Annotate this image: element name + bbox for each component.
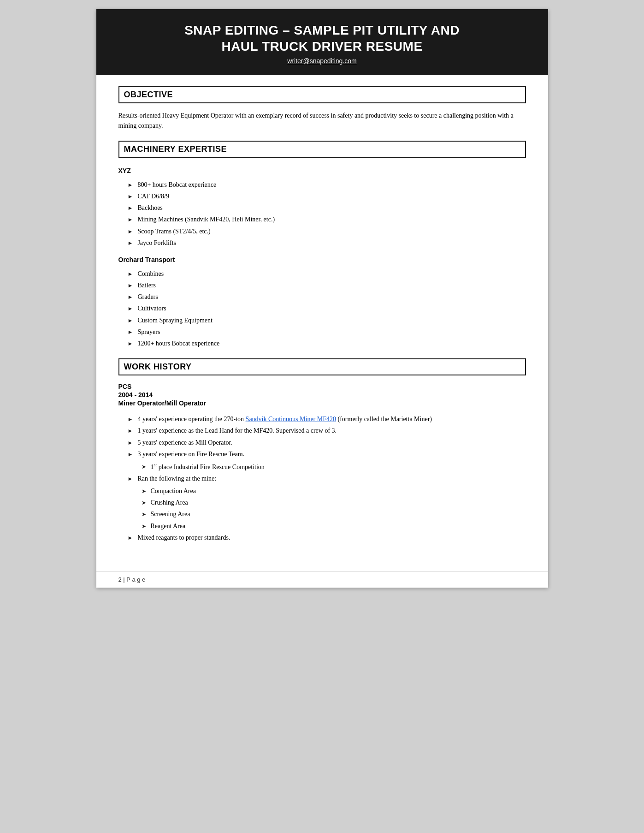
bullet-arrow-icon: ► [128, 281, 133, 291]
work-history-section: WORK HISTORY PCS 2004 - 2014 Miner Opera… [118, 358, 526, 543]
list-item: ➤ Crushing Area [142, 497, 196, 508]
list-item: ►Bailers [128, 280, 526, 291]
sub-arrow-icon: ➤ [142, 462, 146, 472]
bullet-arrow-icon: ► [128, 474, 133, 484]
orchard-title: Orchard Transport [118, 256, 526, 263]
work-dates: 2004 - 2014 [118, 391, 526, 399]
bullet-arrow-icon: ► [128, 215, 133, 225]
list-item: ►Mining Machines (Sandvik MF420, Heli Mi… [128, 214, 526, 225]
bullet-arrow-icon: ► [128, 533, 133, 543]
bullet-arrow-icon: ► [128, 450, 133, 460]
bullet-arrow-icon: ► [128, 238, 133, 249]
machinery-title: MACHINERY EXPERTISE [124, 144, 227, 154]
objective-text: Results-oriented Heavy Equipment Operato… [118, 111, 526, 131]
bullet-arrow-icon: ► [128, 192, 133, 202]
list-item: ►Sprayers [128, 326, 526, 338]
list-item: ► 4 years' experience operating the 270-… [128, 413, 526, 425]
work-job-title: Miner Operator/Mill Operator [118, 399, 526, 407]
sub-arrow-icon: ➤ [142, 498, 146, 508]
list-item: ► Ran the following at the mine: ➤ Compa… [128, 473, 526, 532]
bullet-arrow-icon: ► [128, 180, 133, 190]
header: SNAP EDITING – SAMPLE PIT UTILITY AND HA… [96, 9, 548, 75]
xyz-list: ►800+ hours Bobcat experience ►CAT D6/8/… [128, 179, 526, 249]
header-email[interactable]: writer@snapediting.com [287, 57, 356, 65]
objective-section: OBJECTIVE Results-oriented Heavy Equipme… [118, 86, 526, 131]
page-footer: 2 | P a g e [96, 571, 548, 588]
list-item: ►Scoop Trams (ST2/4/5, etc.) [128, 226, 526, 237]
xyz-title: XYZ [118, 167, 526, 174]
objective-header: OBJECTIVE [118, 86, 526, 103]
page-number: 2 | P a g e [118, 576, 146, 583]
bullet-arrow-icon: ► [128, 304, 133, 314]
list-item: ►Custom Spraying Equipment [128, 315, 526, 326]
list-item: ►Graders [128, 291, 526, 303]
list-item: ► 3 years' experience on Fire Rescue Tea… [128, 448, 526, 473]
list-item: ► 5 years' experience as Mill Operator. [128, 437, 526, 448]
bullet-arrow-icon: ► [128, 269, 133, 280]
objective-title: OBJECTIVE [124, 90, 173, 99]
sub-arrow-icon: ➤ [142, 487, 146, 497]
bullet-arrow-icon: ► [128, 292, 133, 303]
page: SNAP EDITING – SAMPLE PIT UTILITY AND HA… [96, 9, 548, 588]
bullet-arrow-icon: ► [128, 227, 133, 237]
work-history-title: WORK HISTORY [124, 362, 192, 371]
list-item: ►Backhoes [128, 202, 526, 214]
list-item: ➤ Screening Area [142, 508, 196, 520]
sandvik-link[interactable]: Sandvik Continuous Miner MF420 [246, 416, 336, 422]
machinery-section: MACHINERY EXPERTISE XYZ ►800+ hours Bobc… [118, 141, 526, 349]
bullet-arrow-icon: ► [128, 203, 133, 214]
list-item: ➤ Reagent Area [142, 520, 196, 532]
list-item: ►Combines [128, 268, 526, 280]
orchard-list: ►Combines ►Bailers ►Graders ►Cultivators… [128, 268, 526, 349]
mine-areas-sub-list: ➤ Compaction Area ➤ Crushing Area ➤ Scre… [142, 485, 196, 532]
list-item: ►1200+ hours Bobcat experience [128, 338, 526, 349]
sub-arrow-icon: ➤ [142, 522, 146, 532]
list-item: ►Cultivators [128, 303, 526, 314]
sub-arrow-icon: ➤ [142, 510, 146, 520]
list-item: ►CAT D6/8/9 [128, 190, 526, 202]
bullet-arrow-icon: ► [128, 327, 133, 338]
header-title-line1: SNAP EDITING – SAMPLE PIT UTILITY AND [184, 23, 460, 37]
fire-rescue-sub-list: ➤ 1st place Industrial Fire Rescue Compe… [142, 461, 265, 473]
list-item: ➤ Compaction Area [142, 485, 196, 497]
work-bullets: ► 4 years' experience operating the 270-… [128, 413, 526, 543]
bullet-arrow-icon: ► [128, 339, 133, 349]
content: OBJECTIVE Results-oriented Heavy Equipme… [96, 75, 548, 571]
bullet-arrow-icon: ► [128, 316, 133, 326]
list-item: ►Jayco Forklifts [128, 237, 526, 249]
bullet-arrow-icon: ► [128, 415, 133, 425]
list-item: ► Mixed reagants to proper standards. [128, 532, 526, 543]
list-item: ► 1 years' experience as the Lead Hand f… [128, 425, 526, 436]
bullet-arrow-icon: ► [128, 438, 133, 448]
work-company: PCS [118, 383, 526, 390]
machinery-header: MACHINERY EXPERTISE [118, 141, 526, 158]
bullet-arrow-icon: ► [128, 426, 133, 436]
list-item: ➤ 1st place Industrial Fire Rescue Compe… [142, 461, 265, 473]
header-title-line2: HAUL TRUCK DRIVER RESUME [221, 39, 422, 54]
list-item: ►800+ hours Bobcat experience [128, 179, 526, 190]
work-history-header: WORK HISTORY [118, 358, 526, 375]
header-title: SNAP EDITING – SAMPLE PIT UTILITY AND HA… [115, 22, 530, 54]
